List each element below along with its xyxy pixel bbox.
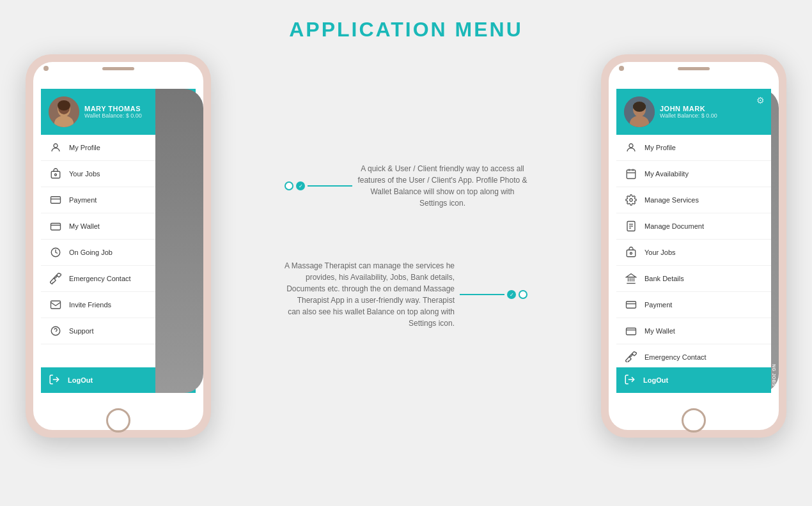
app-screen-right: JOHN MARK Wallet Balance: $ 0.00 ⚙ My Pr… bbox=[616, 89, 771, 393]
dot-1 bbox=[285, 181, 293, 190]
menu-item-emergency-right[interactable]: Emergency Contact bbox=[616, 344, 771, 362]
svg-marker-38 bbox=[627, 274, 636, 277]
svg-rect-39 bbox=[627, 302, 636, 309]
svg-point-7 bbox=[55, 174, 57, 176]
document-label-right: Manage Document bbox=[644, 222, 763, 230]
availability-label-right: My Availability bbox=[644, 170, 763, 178]
phone-home-left bbox=[106, 408, 130, 433]
logout-icon-right bbox=[624, 374, 637, 387]
menu-item-document-right[interactable]: Manage Document bbox=[616, 213, 771, 240]
bank-label-right: Bank Details bbox=[644, 275, 763, 282]
menu-header-right: JOHN MARK Wallet Balance: $ 0.00 ⚙ bbox=[616, 89, 771, 135]
services-label-right: Manage Services bbox=[644, 196, 763, 204]
svg-point-13 bbox=[51, 326, 60, 335]
svg-point-32 bbox=[630, 252, 632, 254]
svg-point-4 bbox=[58, 100, 70, 111]
content-area: MARY THOMAS Wallet Balance: $ 0.00 ⚙ My … bbox=[0, 54, 812, 438]
emergency-icon-right bbox=[624, 350, 638, 362]
svg-rect-8 bbox=[51, 197, 61, 204]
menu-item-wallet-right[interactable]: My Wallet bbox=[616, 318, 771, 344]
phone-screen-left: MARY THOMAS Wallet Balance: $ 0.00 ⚙ My … bbox=[33, 62, 203, 430]
services-icon-right bbox=[624, 193, 638, 207]
svg-point-21 bbox=[629, 144, 633, 148]
bg-text-right: NG JOBS bbox=[772, 364, 776, 387]
line-1 bbox=[308, 185, 352, 187]
left-phone: MARY THOMAS Wallet Balance: $ 0.00 ⚙ My … bbox=[26, 54, 211, 438]
avatar-right bbox=[624, 96, 655, 127]
right-phone: NG JOBS JOHN MARK bbox=[601, 54, 786, 438]
logout-label-right: LogOut bbox=[643, 376, 668, 384]
menu-item-payment-right[interactable]: Payment bbox=[616, 292, 771, 318]
avatar-left bbox=[49, 96, 79, 127]
menu-item-availability-right[interactable]: My Availability bbox=[616, 161, 771, 187]
logout-btn-right[interactable]: LogOut bbox=[616, 367, 771, 393]
svg-rect-10 bbox=[51, 224, 61, 231]
support-icon-left bbox=[49, 324, 63, 338]
jobs-icon-left bbox=[49, 167, 63, 181]
profile-label-right: My Profile bbox=[644, 144, 763, 151]
description-block-1: ✓ A quick & User / Client friendly way t… bbox=[285, 163, 527, 209]
svg-rect-31 bbox=[627, 250, 636, 257]
menu-item-my-profile-right[interactable]: My Profile bbox=[616, 135, 771, 161]
invite-icon-left bbox=[49, 298, 63, 312]
wallet-label-right: My Wallet bbox=[644, 327, 763, 335]
svg-point-5 bbox=[54, 144, 58, 148]
payment-label-right: Payment bbox=[644, 301, 763, 309]
phone-home-right bbox=[682, 408, 706, 433]
dot-2 bbox=[519, 290, 527, 299]
payment-icon-left bbox=[49, 193, 63, 207]
wallet-icon-left bbox=[49, 219, 63, 233]
user-info-right: JOHN MARK Wallet Balance: $ 0.00 bbox=[660, 105, 763, 119]
svg-rect-6 bbox=[51, 171, 60, 178]
indicator-2: ✓ bbox=[460, 290, 527, 299]
phone-camera-right bbox=[619, 66, 624, 71]
emergency-label-right: Emergency Contact bbox=[644, 353, 763, 361]
svg-rect-12 bbox=[51, 301, 61, 309]
logout-label-left: LogOut bbox=[68, 376, 93, 384]
svg-rect-22 bbox=[627, 170, 636, 179]
svg-rect-41 bbox=[627, 328, 636, 335]
payment-icon-right bbox=[624, 298, 638, 312]
document-icon-right bbox=[624, 219, 638, 233]
phone-camera-left bbox=[43, 66, 49, 71]
settings-icon-right[interactable]: ⚙ bbox=[756, 95, 765, 105]
phone-speaker-left bbox=[102, 67, 134, 70]
description-block-2: A Massage Therapist can manage the servi… bbox=[285, 260, 527, 329]
svg-point-26 bbox=[630, 199, 633, 202]
availability-icon-right bbox=[624, 167, 638, 181]
profile-icon-left bbox=[49, 141, 63, 155]
wallet-icon-right bbox=[624, 324, 638, 338]
user-name-right: JOHN MARK bbox=[660, 105, 763, 112]
emergency-icon-left bbox=[49, 272, 63, 286]
menu-item-bank-right[interactable]: Bank Details bbox=[616, 266, 771, 292]
desc-text-1: A quick & User / Client friendly way to … bbox=[357, 163, 527, 209]
middle-section: ✓ A quick & User / Client friendly way t… bbox=[211, 150, 601, 342]
profile-icon-right bbox=[624, 141, 638, 155]
jobs-label-right: Your Jobs bbox=[644, 249, 763, 256]
menu-list-right: My Profile My Availability M bbox=[616, 135, 771, 362]
desc-text-2: A Massage Therapist can manage the servi… bbox=[285, 260, 455, 329]
phone-screen-right: NG JOBS JOHN MARK bbox=[609, 62, 779, 430]
indicator-1: ✓ bbox=[285, 181, 352, 190]
bg-image-left bbox=[155, 89, 203, 393]
logout-icon-left bbox=[49, 374, 61, 387]
bank-icon-right bbox=[624, 272, 638, 286]
menu-item-services-right[interactable]: Manage Services bbox=[616, 187, 771, 213]
page-title: APPLICATION MENU bbox=[289, 18, 523, 42]
menu-item-jobs-right[interactable]: Your Jobs bbox=[616, 240, 771, 266]
ongoing-icon-left bbox=[49, 245, 63, 259]
check-2: ✓ bbox=[507, 290, 516, 299]
wallet-balance-right: Wallet Balance: $ 0.00 bbox=[660, 112, 763, 119]
svg-rect-20 bbox=[633, 104, 646, 109]
phone-speaker-right bbox=[678, 67, 710, 70]
check-1: ✓ bbox=[296, 181, 305, 190]
jobs-icon-right bbox=[624, 245, 638, 259]
line-2 bbox=[460, 294, 504, 295]
